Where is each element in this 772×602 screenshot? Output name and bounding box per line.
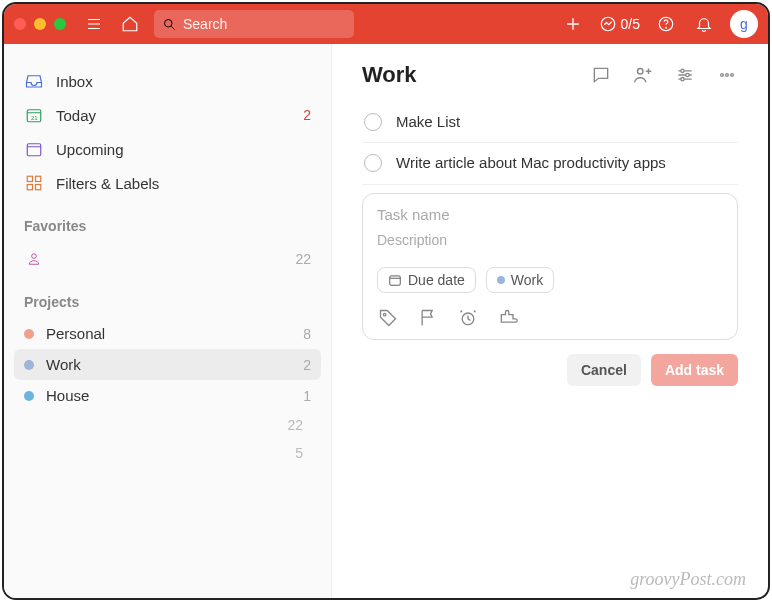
productivity-counter[interactable]: 0/5 xyxy=(599,15,640,33)
zoom-window[interactable] xyxy=(54,18,66,30)
favorite-item[interactable]: 22 xyxy=(14,242,321,276)
svg-line-4 xyxy=(171,26,174,29)
help-icon[interactable] xyxy=(654,12,678,36)
watermark: groovyPost.com xyxy=(630,569,746,590)
upcoming-icon xyxy=(24,139,44,159)
search-icon xyxy=(162,17,177,32)
svg-point-33 xyxy=(726,74,729,77)
task-title: Write article about Mac productivity app… xyxy=(396,153,666,173)
project-personal[interactable]: Personal 8 xyxy=(14,318,321,349)
project-color-icon xyxy=(497,276,505,284)
more-icon[interactable] xyxy=(716,64,738,86)
project-label: Personal xyxy=(46,325,105,342)
nav-inbox[interactable]: Inbox xyxy=(14,64,321,98)
svg-rect-21 xyxy=(36,185,41,190)
today-icon: 21 xyxy=(24,105,44,125)
nav-label: Filters & Labels xyxy=(56,175,159,192)
svg-point-37 xyxy=(383,313,386,316)
nav-label: Inbox xyxy=(56,73,93,90)
svg-point-23 xyxy=(638,69,644,75)
svg-rect-35 xyxy=(390,275,401,284)
svg-point-9 xyxy=(666,27,667,28)
projects-header: Projects xyxy=(14,276,321,318)
view-icon[interactable] xyxy=(674,64,696,86)
svg-text:21: 21 xyxy=(31,115,38,121)
nav-label: Upcoming xyxy=(56,141,124,158)
productivity-icon xyxy=(599,15,617,33)
svg-rect-19 xyxy=(36,176,41,181)
project-work[interactable]: Work 2 xyxy=(14,349,321,380)
main: Work Make List Write article about Mac p… xyxy=(332,44,768,598)
add-task-button[interactable]: Add task xyxy=(651,354,738,386)
project-pill[interactable]: Work xyxy=(486,267,554,293)
sidebar: Inbox 21 Today 2 Upcoming Filte xyxy=(4,44,332,598)
nav-filters[interactable]: Filters & Labels xyxy=(14,166,321,200)
nav-upcoming[interactable]: Upcoming xyxy=(14,132,321,166)
add-task-icon[interactable] xyxy=(561,12,585,36)
notifications-icon[interactable] xyxy=(692,12,716,36)
project-color xyxy=(24,391,34,401)
extension-icon[interactable] xyxy=(497,307,519,329)
calendar-icon xyxy=(388,273,402,287)
home-icon[interactable] xyxy=(118,12,142,36)
task-title: Make List xyxy=(396,112,460,132)
project-label: Work xyxy=(46,356,81,373)
cancel-button[interactable]: Cancel xyxy=(567,354,641,386)
task-name-input[interactable] xyxy=(377,206,723,223)
svg-rect-18 xyxy=(27,176,32,181)
archived-count-1: 22 xyxy=(14,411,321,439)
favorites-header: Favorites xyxy=(14,200,321,242)
search-placeholder: Search xyxy=(183,16,227,32)
priority-icon[interactable] xyxy=(417,307,439,329)
label-icon[interactable] xyxy=(377,307,399,329)
svg-point-30 xyxy=(686,73,689,76)
search-box[interactable]: Search xyxy=(154,10,354,38)
project-house[interactable]: House 1 xyxy=(14,380,321,411)
inbox-icon xyxy=(24,71,44,91)
window-controls[interactable] xyxy=(14,18,66,30)
archived-count-2: 5 xyxy=(14,439,321,467)
svg-rect-20 xyxy=(27,185,32,190)
svg-point-34 xyxy=(731,74,734,77)
task-item[interactable]: Make List xyxy=(362,102,738,143)
project-label: House xyxy=(46,387,89,404)
task-checkbox[interactable] xyxy=(364,113,382,131)
person-icon xyxy=(24,249,44,269)
svg-point-22 xyxy=(32,254,37,259)
svg-point-3 xyxy=(165,19,173,27)
new-task-card: Due date Work xyxy=(362,193,738,340)
svg-point-32 xyxy=(721,74,724,77)
svg-point-29 xyxy=(681,69,684,72)
svg-point-31 xyxy=(681,78,684,81)
minimize-window[interactable] xyxy=(34,18,46,30)
close-window[interactable] xyxy=(14,18,26,30)
svg-rect-13 xyxy=(27,144,41,156)
reminder-icon[interactable] xyxy=(457,307,479,329)
task-checkbox[interactable] xyxy=(364,154,382,172)
project-color xyxy=(24,360,34,370)
page-title: Work xyxy=(362,62,417,88)
share-icon[interactable] xyxy=(632,64,654,86)
nav-today[interactable]: 21 Today 2 xyxy=(14,98,321,132)
comments-icon[interactable] xyxy=(590,64,612,86)
task-item[interactable]: Write article about Mac productivity app… xyxy=(362,143,738,184)
avatar[interactable]: g xyxy=(730,10,758,38)
nav-label: Today xyxy=(56,107,96,124)
menu-icon[interactable] xyxy=(82,12,106,36)
filters-icon xyxy=(24,173,44,193)
topbar: Search 0/5 g xyxy=(4,4,768,44)
task-desc-input[interactable] xyxy=(377,232,723,248)
due-date-pill[interactable]: Due date xyxy=(377,267,476,293)
project-color xyxy=(24,329,34,339)
